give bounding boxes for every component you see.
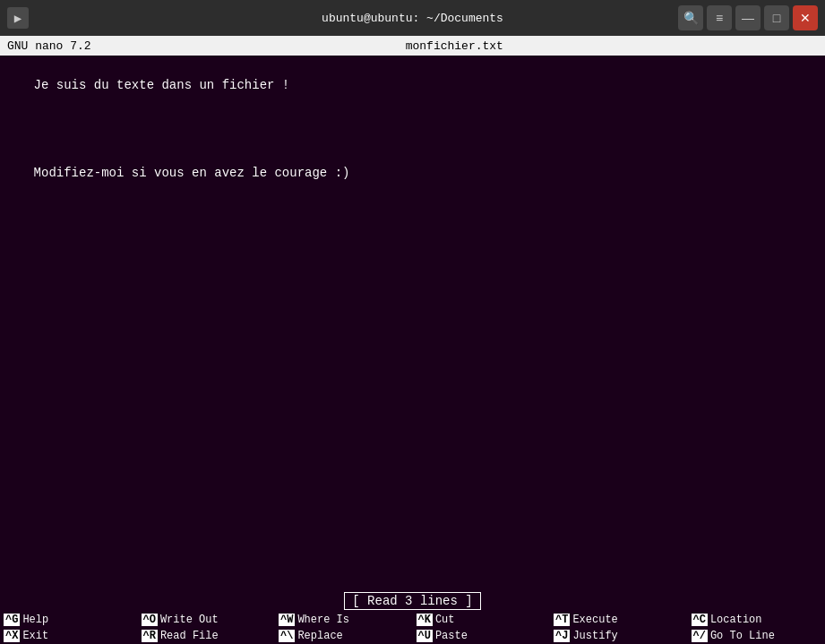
shortcut-label-help: Help <box>22 614 48 626</box>
shortcut-key-replace: ^\ <box>279 630 295 642</box>
minimize-button[interactable]: — <box>735 5 761 30</box>
shortcut-label-write: Write Out <box>160 614 219 626</box>
title-bar: ▶ ubuntu@ubuntu: ~/Documents 🔍 ≡ — □ ✕ <box>0 0 825 36</box>
shortcut-label-read: Read File <box>160 630 219 642</box>
shortcut-key-where: ^W <box>279 614 295 626</box>
shortcut-key-exit: ^X <box>4 630 20 642</box>
shortcut-label-execute: Execute <box>572 614 617 626</box>
shortcut-label-paste: Paste <box>435 630 468 642</box>
shortcut-key-execute: ^T <box>554 614 570 626</box>
window-title: ubuntu@ubuntu: ~/Documents <box>322 12 503 25</box>
shortcut-help[interactable]: ^G Help <box>0 612 138 628</box>
terminal-icon: ▶ <box>7 7 29 29</box>
shortcut-location[interactable]: ^C Location <box>688 612 826 628</box>
shortcut-label-location: Location <box>710 614 762 626</box>
shortcut-bar-row1: ^G Help ^O Write Out ^W Where Is ^K Cut … <box>0 612 825 628</box>
editor-area[interactable]: Je suis du texte dans un fichier ! Modif… <box>0 56 825 590</box>
shortcut-justify[interactable]: ^J Justify <box>550 628 688 644</box>
shortcut-label-justify: Justify <box>572 630 617 642</box>
status-bar: [ Read 3 lines ] <box>0 590 825 612</box>
shortcut-go-to-line[interactable]: ^/ Go To Line <box>688 628 826 644</box>
shortcut-cut[interactable]: ^K Cut <box>413 612 551 628</box>
shortcut-where-is[interactable]: ^W Where Is <box>275 612 413 628</box>
editor-line-3: Modifiez-moi si vous en avez le courage … <box>34 166 350 180</box>
shortcut-key-location: ^C <box>692 614 708 626</box>
shortcut-read-file[interactable]: ^R Read File <box>138 628 276 644</box>
shortcut-key-paste: ^U <box>417 630 433 642</box>
shortcut-label-where: Where Is <box>297 614 349 626</box>
bottom-section: [ Read 3 lines ] ^G Help ^O Write Out ^W… <box>0 590 825 644</box>
editor-line-1: Je suis du texte dans un fichier ! <box>34 78 290 92</box>
editor-content: Je suis du texte dans un fichier ! Modif… <box>4 59 821 200</box>
maximize-button[interactable]: □ <box>764 5 789 30</box>
title-bar-left: ▶ <box>7 7 29 29</box>
shortcut-label-exit: Exit <box>22 630 48 642</box>
shortcut-bar-row2: ^X Exit ^R Read File ^\ Replace ^U Paste… <box>0 628 825 644</box>
close-button[interactable]: ✕ <box>793 5 818 30</box>
shortcut-replace[interactable]: ^\ Replace <box>275 628 413 644</box>
shortcut-label-goto: Go To Line <box>710 630 775 642</box>
shortcut-label-cut: Cut <box>435 614 455 626</box>
shortcut-execute[interactable]: ^T Execute <box>550 612 688 628</box>
shortcut-key-justify: ^J <box>554 630 570 642</box>
shortcut-write-out[interactable]: ^O Write Out <box>138 612 276 628</box>
nano-version: GNU nano 7.2 <box>7 39 91 53</box>
shortcut-key-cut: ^K <box>417 614 433 626</box>
status-message: [ Read 3 lines ] <box>344 592 480 610</box>
shortcut-key-goto: ^/ <box>692 630 708 642</box>
nano-header: GNU nano 7.2 monfichier.txt <box>0 36 825 56</box>
shortcut-paste[interactable]: ^U Paste <box>413 628 551 644</box>
shortcut-key-help: ^G <box>4 614 20 626</box>
file-name: monfichier.txt <box>406 39 503 53</box>
search-button[interactable]: 🔍 <box>678 5 703 30</box>
shortcut-label-replace: Replace <box>297 630 342 642</box>
shortcut-key-write: ^O <box>142 614 158 626</box>
menu-button[interactable]: ≡ <box>707 5 732 30</box>
shortcut-exit[interactable]: ^X Exit <box>0 628 138 644</box>
shortcut-key-read: ^R <box>142 630 158 642</box>
window-controls: 🔍 ≡ — □ ✕ <box>678 5 818 30</box>
